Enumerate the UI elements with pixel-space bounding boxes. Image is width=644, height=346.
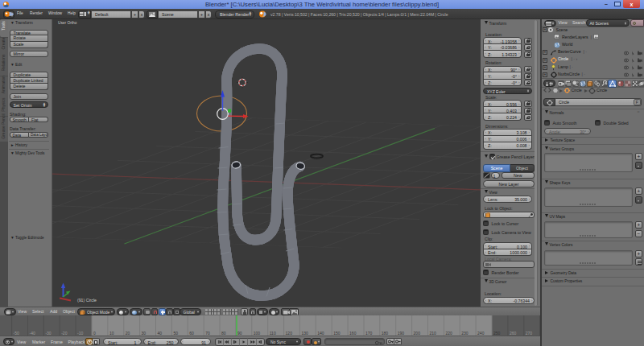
svg-text:20: 20: [126, 331, 130, 336]
svg-text:90: 90: [237, 331, 242, 336]
svg-text:30: 30: [142, 331, 147, 336]
svg-text:60: 60: [189, 331, 194, 336]
svg-text:170: 170: [365, 331, 373, 336]
svg-text:0: 0: [93, 331, 96, 336]
svg-text:270: 270: [526, 331, 533, 336]
svg-text:100: 100: [254, 331, 261, 336]
svg-text:-10: -10: [77, 331, 83, 336]
svg-text:130: 130: [301, 331, 308, 336]
svg-text:220: 220: [445, 331, 452, 336]
svg-text:190: 190: [398, 331, 405, 336]
svg-text:40: 40: [158, 331, 163, 336]
svg-text:260: 260: [510, 331, 517, 336]
svg-text:250: 250: [493, 331, 501, 336]
svg-text:110: 110: [270, 331, 276, 336]
svg-text:-40: -40: [30, 331, 35, 336]
svg-text:140: 140: [317, 331, 324, 336]
svg-text:10: 10: [109, 331, 114, 336]
svg-text:240: 240: [477, 331, 485, 336]
svg-text:120: 120: [286, 331, 293, 336]
svg-text:210: 210: [430, 331, 437, 336]
svg-text:80: 80: [221, 331, 226, 336]
svg-text:200: 200: [414, 331, 421, 336]
svg-text:50: 50: [173, 331, 178, 336]
svg-text:150: 150: [333, 331, 341, 336]
svg-text:-30: -30: [45, 331, 51, 336]
svg-text:180: 180: [382, 331, 389, 336]
svg-text:-20: -20: [61, 331, 67, 336]
svg-text:160: 160: [349, 331, 357, 336]
svg-text:230: 230: [461, 331, 469, 336]
svg-text:70: 70: [205, 331, 210, 336]
svg-text:-50: -50: [14, 331, 19, 336]
